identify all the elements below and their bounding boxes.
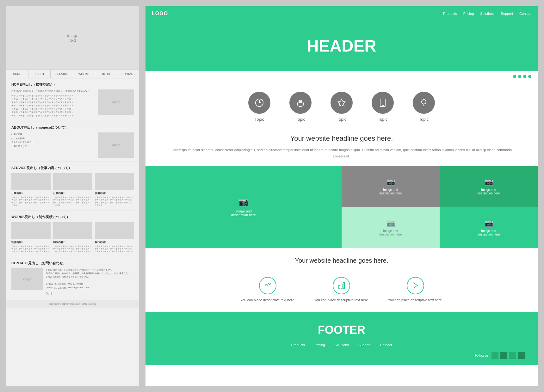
svg-rect-13 <box>343 283 344 288</box>
lp-home-title: HOME見出し（挨拶や紹介） <box>11 82 134 87</box>
lp-works-item-2: 制作内容2 テキストテキストテキストテキストテキストテキストテキストテキストテキ… <box>53 222 92 253</box>
rp-feature-icon-1 <box>259 277 276 294</box>
rp-logo[interactable]: LOGO <box>152 11 168 16</box>
lp-works-item-text-2: テキストテキストテキストテキストテキストテキストテキストテキストテキストテキスト… <box>53 245 92 253</box>
rp-headline2: Your website headline goes here. <box>145 248 538 277</box>
lp-works-item-1: 制作内容1 テキストテキストテキストテキストテキストテキストテキストテキストテキ… <box>11 222 51 253</box>
lp-nav-about[interactable]: ABOUT <box>28 70 51 78</box>
lp-mail: tanaka@moneco.link <box>68 286 89 289</box>
lp-home-text: お客様との信頼が深く、その確かな小対応が出来る。 具体的にどうするるなど テキス… <box>11 89 95 117</box>
rp-headline-text: Lorem ipsum dolor sit amet, consectetur … <box>171 147 512 160</box>
lp-service-item-2: 仕事内容2 テキストテキストテキストテキストテキストテキストテキストテキストテキ… <box>53 173 92 207</box>
rp-topic-icon-2 <box>289 92 312 114</box>
facebook-icon[interactable]: f <box>51 291 52 296</box>
lp-works-img-2 <box>53 222 92 239</box>
lp-nav-blog[interactable]: BLOG <box>95 70 117 78</box>
lp-service-item-text-3: テキストテキストテキストテキストテキストテキストテキストテキストテキストテキスト… <box>95 196 134 207</box>
rp-topic-4: Topic <box>372 92 394 122</box>
rp-img-cell-2: 📷 Image anddescription here <box>440 166 538 207</box>
rp-nav-contact[interactable]: Contact <box>519 12 531 15</box>
rp-topic-label-3: Topic <box>337 117 346 122</box>
lp-about-content: 社名の概略はじめた動機自分たちにできること仕事の紹介など image <box>11 132 134 158</box>
lp-works-item-title-2: 制作内容2 <box>53 241 92 244</box>
lp-nav-contact[interactable]: CONTACT <box>117 70 139 78</box>
rp-footer-products[interactable]: Products <box>291 343 305 347</box>
lp-footer: Copyright © 2015 by moneco All rights re… <box>6 300 139 308</box>
lp-section-about: ABOUT見出し（monecoについて） 社名の概略はじめた動機自分たちにできる… <box>6 121 139 162</box>
lp-section-home: HOME見出し（挨拶や紹介） お客様との信頼が深く、その確かな小対応が出来る。 … <box>6 78 139 121</box>
rp-social-box-2[interactable] <box>500 352 507 359</box>
svg-rect-11 <box>339 285 340 288</box>
rp-nav-support[interactable]: Support <box>501 12 513 15</box>
rp-footer-bottom: Follow us <box>158 352 525 359</box>
rp-footer-solutions[interactable]: Solutions <box>335 343 349 347</box>
lp-works-item-text-3: テキストテキストテキストテキストテキストテキストテキストテキストテキストテキスト… <box>95 245 134 253</box>
rp-dot-3[interactable] <box>523 75 526 78</box>
rp-img-cell-3: 📷 Image anddescription here <box>342 207 440 248</box>
rp-topic-icon-3 <box>331 92 353 114</box>
rp-footer-pricing[interactable]: Pricing <box>314 343 325 347</box>
svg-rect-12 <box>341 284 342 288</box>
rp-dot-4[interactable] <box>528 75 531 78</box>
rp-image-grid: 📷 Image anddescription here 📷 Image andd… <box>145 166 538 248</box>
camera-icon-3: 📷 <box>386 219 395 227</box>
rp-feature-icon-3 <box>407 277 424 294</box>
rp-img-main: 📷 Image anddescription here <box>145 166 342 248</box>
svg-point-3 <box>297 101 304 107</box>
right-panel: LOGO Products Pricing Solutions Support … <box>145 6 538 386</box>
rp-social-box-3[interactable] <box>509 352 516 359</box>
rp-hero: HEADER <box>145 21 538 71</box>
lp-nav: HOME ABOUT SERVICE WORKS BLOG CONTACT <box>6 70 139 78</box>
rp-nav: LOGO Products Pricing Solutions Support … <box>145 6 538 21</box>
lp-hero-line2: text <box>70 38 76 43</box>
rp-social-box-4[interactable] <box>518 352 525 359</box>
rp-feature-title-1: You can place descriptive text here. <box>240 297 295 303</box>
lp-service-item-text-2: テキストテキストテキストテキストテキストテキストテキストテキストテキストテキスト… <box>53 196 92 207</box>
lp-service-item-1: 仕事内容1 テキストテキストテキストテキストテキストテキストテキストテキストテキ… <box>11 173 51 207</box>
rp-dot-2[interactable] <box>518 75 521 78</box>
lp-home-body: テキストテキストテキストテキストテキストテキストテキストテキストテキストテキスト… <box>11 94 95 118</box>
lp-hero-line1: image <box>67 33 78 38</box>
rp-footer-contact[interactable]: Contact <box>380 343 392 347</box>
lp-about-image: image <box>98 132 134 158</box>
lp-works-item-text-1: テキストテキストテキストテキストテキストテキストテキストテキストテキストテキスト… <box>11 245 51 253</box>
twitter-icon[interactable]: 𝕏 <box>46 291 49 296</box>
lp-service-grid: 仕事内容1 テキストテキストテキストテキストテキストテキストテキストテキストテキ… <box>11 173 134 207</box>
rp-feature-3: You can place descriptive text here. <box>388 277 443 303</box>
lp-service-img-1 <box>11 173 51 190</box>
rp-nav-products[interactable]: Products <box>443 12 457 15</box>
lp-section-service: SERVICE見出し（仕事内容について） 仕事内容1 テキストテキストテキストテ… <box>6 162 139 211</box>
lp-phone-label: お電話でのご連絡先 <box>46 283 66 285</box>
lp-nav-service[interactable]: SERVICE <box>51 70 73 78</box>
lp-nav-home[interactable]: HOME <box>6 70 28 78</box>
rp-dots <box>145 71 538 82</box>
rp-topic-1: Topic <box>248 92 270 122</box>
rp-dot-1[interactable] <box>513 75 516 78</box>
rp-headline-title: Your website headline goes here. <box>171 134 512 143</box>
rp-nav-solutions[interactable]: Solutions <box>480 12 494 15</box>
lp-service-item-title-2: 仕事内容2 <box>53 192 92 195</box>
rp-nav-pricing[interactable]: Pricing <box>463 12 474 15</box>
lp-section-works: WORKS見出し（制作実績について） 制作内容1 テキストテキストテキストテキス… <box>6 211 139 257</box>
rp-hero-title: HEADER <box>307 36 376 55</box>
lp-service-title: SERVICE見出し（仕事内容について） <box>11 166 134 170</box>
rp-img-right: 📷 Image anddescription here 📷 Image andd… <box>342 166 538 248</box>
rp-features: You can place descriptive text here. You… <box>145 277 538 313</box>
lp-mail-label: メールでのご連絡先 <box>46 286 66 289</box>
rp-social-box-1[interactable] <box>491 352 498 359</box>
lp-service-item-title-3: 仕事内容3 <box>95 192 134 195</box>
rp-feature-title-3: You can place descriptive text here. <box>388 297 443 303</box>
rp-topic-icon-1 <box>248 92 270 114</box>
rp-topic-icon-5 <box>413 92 435 114</box>
rp-img-main-label: Image anddescription here <box>231 209 256 217</box>
lp-service-item-3: 仕事内容3 テキストテキストテキストテキストテキストテキストテキストテキストテキ… <box>95 173 134 207</box>
lp-service-item-title-1: 仕事内容1 <box>11 192 51 195</box>
rp-footer-support[interactable]: Support <box>358 343 371 347</box>
lp-nav-works[interactable]: WORKS <box>73 70 95 78</box>
rp-feature-title-2: You can place descriptive text here. <box>314 297 369 303</box>
rp-img-cell-label-4: Image anddescription here <box>477 229 500 236</box>
rp-footer-title: FOOTER <box>158 323 525 337</box>
rp-feature-1: You can place descriptive text here. <box>240 277 295 303</box>
rp-feature-2: You can place descriptive text here. <box>314 277 369 303</box>
rp-headline2-title: Your website headline goes here. <box>171 257 512 264</box>
